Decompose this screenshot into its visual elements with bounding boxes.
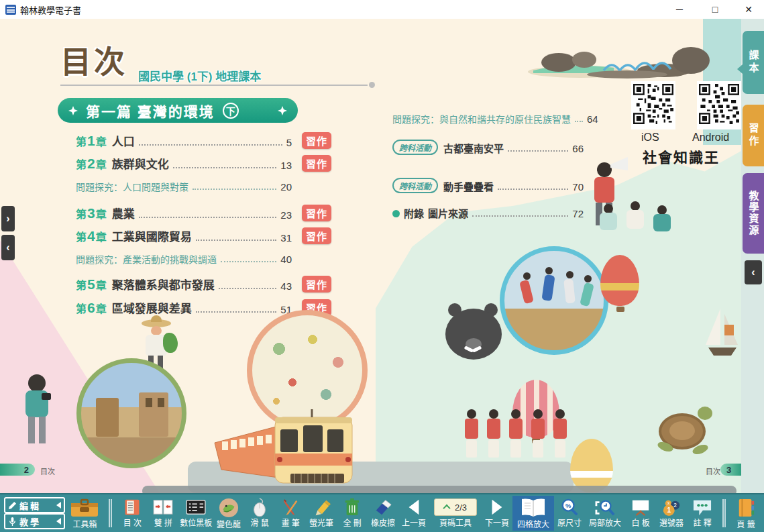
prev-page-button[interactable]: 上一頁 (398, 496, 429, 531)
workbook-badge[interactable]: 習作 (302, 132, 331, 149)
left-panel-collapse-button[interactable]: ‹ (1, 235, 15, 260)
mouse-icon (252, 498, 268, 517)
tab-teaching-resources[interactable]: 教學資源 (743, 173, 764, 254)
magnifier-region-icon (594, 498, 616, 517)
page-number-box[interactable]: 2/3 (434, 498, 477, 516)
window-titlebar: 翰林教學電子書 ─ □ ✕ (0, 0, 764, 19)
section-banner-text: 第一篇 臺灣的環境 (86, 101, 215, 121)
dual-page-button[interactable]: 雙 拼 (148, 496, 178, 531)
close-button[interactable]: ✕ (733, 0, 764, 19)
open-book-icon (520, 498, 547, 518)
mouse-cursor-button[interactable]: 滑 鼠 (244, 496, 275, 531)
chevron-left-icon (56, 518, 61, 525)
eraser-button[interactable]: 橡皮擦 (368, 496, 398, 531)
blackboard-icon (185, 498, 207, 517)
qr-app-name: 社會知識王 (643, 146, 720, 166)
jumping-photo-circle (500, 246, 608, 355)
sailboat-illustration (704, 307, 739, 360)
workbook-badge[interactable]: 習作 (302, 227, 331, 244)
page-indicator: 2/3 (455, 502, 467, 513)
whiteboard-button[interactable]: 白 板 (625, 496, 656, 531)
toc-entry-ch2[interactable]: 第2章 族群與文化13 (76, 155, 292, 172)
cross-subject-tag: 跨科活動 (392, 178, 438, 193)
page-number-left: 2 (0, 464, 35, 476)
qr-label-ios: iOS (641, 131, 659, 144)
toolbar-divider (109, 499, 112, 527)
chevron-left-icon (56, 502, 61, 509)
highlighter-icon (312, 498, 331, 517)
pencil-icon (8, 501, 17, 510)
bookmark-folder-icon (736, 498, 755, 518)
quad-zoom-button[interactable]: 四格放大 (512, 496, 554, 531)
pen-brush-icon (281, 498, 300, 517)
whiteboard-icon (631, 498, 651, 517)
workbook-badge[interactable]: 習作 (302, 205, 331, 221)
app-window: 翰林教學電子書 ─ □ ✕ 目次 國民中學 (1下) 地理課本 第一篇 臺灣的環… (0, 0, 764, 532)
toc-entry-explore2[interactable]: 問題探究：產業活動的挑戰與調適40 (76, 252, 292, 266)
workbook-badge[interactable]: 習作 (302, 276, 331, 292)
sparkle-icon (68, 106, 78, 115)
edit-mode-button[interactable]: 編輯 (4, 497, 65, 513)
caret-up-icon (443, 504, 450, 512)
divider (60, 85, 368, 86)
black-bear-illustration (445, 303, 502, 360)
volume-badge: 下 (223, 103, 239, 119)
section-banner: 第一篇 臺灣的環境 下 (58, 98, 298, 123)
toc-entry-appendix[interactable]: 附錄 圖片來源 72 (392, 206, 584, 220)
qr-label-android: Android (692, 131, 729, 144)
toc-entry-ch3[interactable]: 第3章 農業23 (76, 205, 292, 221)
divider-dot (369, 82, 375, 88)
workbook-badge[interactable]: 習作 (302, 155, 331, 172)
toc-button[interactable]: 目 次 (117, 496, 148, 531)
qr-code-ios (631, 81, 675, 129)
sitting-group-illustration (598, 201, 679, 236)
left-panel-expand-button[interactable]: › (1, 206, 15, 231)
toc-entry-explore3[interactable]: 問題探究：與自然和諧共存的原住民族智慧64 (392, 112, 584, 125)
page-subtitle: 國民中學 (1下) 地理課本 (138, 67, 261, 84)
active-tab-notch (737, 64, 743, 74)
page-tab-button[interactable]: 頁 籤 (730, 496, 761, 531)
page-number-right: 3 (720, 464, 741, 476)
window-title: 翰林教學電子書 (20, 3, 81, 16)
bullet-dot (392, 210, 400, 217)
minimize-button[interactable]: ─ (664, 0, 695, 19)
page-title: 目次 (60, 37, 127, 81)
photographer-illustration (19, 374, 62, 447)
train-illustration (211, 403, 369, 488)
toc-entry-ch1[interactable]: 第1章 人口5 (76, 132, 292, 149)
dancers-illustration (464, 409, 585, 474)
delete-all-button[interactable]: 全 刪 (337, 496, 368, 531)
number-picker-button[interactable]: 321 選號器 (656, 496, 687, 531)
svg-text:1: 1 (667, 507, 671, 514)
numbered-balls-icon: 321 (661, 498, 681, 517)
toc-entry-ch6[interactable]: 第6章 區域發展與差異51 (76, 299, 292, 316)
toc-entry-activity1[interactable]: 跨科活動 古都臺南安平66 (392, 140, 584, 155)
tab-textbook[interactable]: 課本 (743, 31, 764, 94)
toc-entry-ch5[interactable]: 第5章 聚落體系與都市發展43 (76, 276, 292, 292)
tab-workbook[interactable]: 習作 (743, 105, 764, 166)
arrow-right-icon (488, 498, 506, 517)
arrow-left-icon (405, 498, 423, 517)
highlighter-button[interactable]: 螢光筆 (306, 496, 337, 531)
toolbox-button[interactable]: 工具箱 (65, 496, 104, 531)
microphone-icon (8, 517, 17, 526)
toolbox-icon (70, 498, 99, 518)
bottom-toolbar: 編輯 教學 工具箱 目 次 雙 拼 數位黑板 (0, 493, 764, 532)
teach-mode-button[interactable]: 教學 (4, 513, 65, 529)
page-number-tool[interactable]: 2/3 頁碼工具 (429, 496, 482, 531)
annotation-button[interactable]: 註 釋 (687, 496, 718, 531)
toc-entry-explore1[interactable]: 問題探究：人口問題與對策20 (76, 180, 292, 193)
partial-zoom-button[interactable]: 局部放大 (585, 496, 625, 531)
pen-button[interactable]: 畫 筆 (275, 496, 306, 531)
trash-icon (343, 498, 361, 517)
toolbar-divider (722, 499, 726, 527)
original-size-button[interactable]: % 原尺寸 (554, 496, 585, 531)
digital-blackboard-button[interactable]: 數位黑板 (178, 496, 213, 531)
maximize-button[interactable]: □ (700, 0, 730, 19)
right-panel-collapse-button[interactable]: ‹ (745, 260, 762, 284)
next-page-button[interactable]: 下一頁 (482, 496, 512, 531)
island-bridge-illustration (527, 37, 711, 81)
toc-entry-ch4[interactable]: 第4章 工業與國際貿易31 (76, 227, 292, 244)
chameleon-button[interactable]: 變色龍 (213, 496, 244, 531)
toc-entry-activity2[interactable]: 跨科活動 動手疊疊看70 (392, 178, 584, 193)
